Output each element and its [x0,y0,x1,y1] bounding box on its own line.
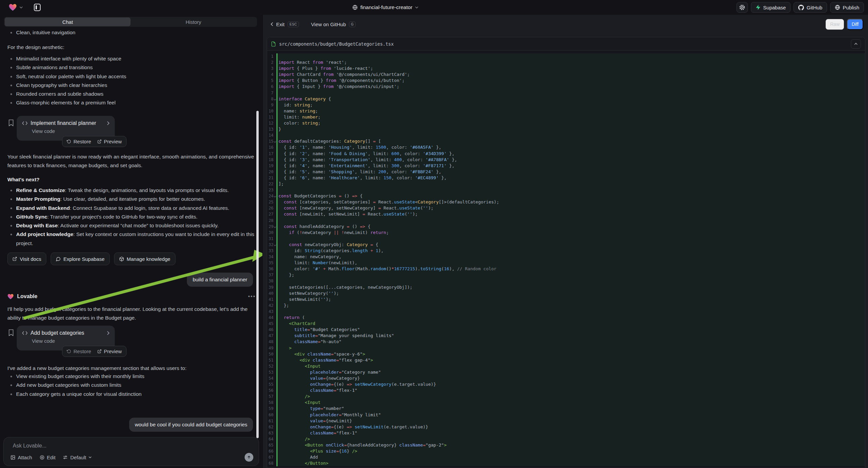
code-line: 11 limit: number; [267,114,865,120]
line-number: 59 [267,406,274,412]
diff-toolbar: Exit ESC View on GitHub G Raw Diff [263,15,868,34]
line-number: 18 [267,157,274,163]
gear-icon [739,4,745,10]
code-line: 56 className="flex-1" [267,387,865,393]
view-code-link[interactable]: View code [32,128,110,134]
restore-button[interactable]: Restore [67,349,91,354]
exit-button[interactable]: Exit ESC [271,22,299,27]
raw-toggle-button[interactable]: Raw [826,19,844,30]
send-button[interactable] [245,453,253,462]
github-label: GitHub [807,5,823,10]
line-number: 34 [267,254,274,260]
next-step-item: GitHub Sync: Transfer your project's cod… [7,212,256,221]
line-number: 10 [267,108,274,114]
github-button[interactable]: GitHub [794,2,827,13]
external-link-icon [97,139,102,144]
line-number: 8 [267,96,274,102]
message-menu-icon[interactable]: ••• [248,293,256,299]
fold-gutter [274,363,276,369]
fold-gutter [274,120,276,126]
code-text: /> [277,393,865,400]
logo-menu-chevron-icon[interactable] [20,6,23,8]
list-item: Glass-morphic elements for a premium fee… [7,98,256,107]
user-message: would be cool if you could add budget ca… [129,418,253,432]
fold-chevron-icon[interactable] [274,138,276,144]
composer-placeholder[interactable]: Ask Lovable... [13,443,46,449]
fold-chevron-icon[interactable] [274,224,276,230]
manage-knowledge-button[interactable]: Manage knowledge [114,253,176,265]
diff-toggle-button[interactable]: Diff [847,19,863,30]
added-bullet-list: View existing budget categories with the… [7,372,256,399]
code-text [277,278,865,284]
fold-gutter [274,248,276,254]
bookmark-icon[interactable] [8,329,15,336]
code-text: id: String(categories.length + 1), [277,248,865,254]
visit-docs-button[interactable]: Visit docs [7,253,46,265]
code-line: 5import { Button } from '@/components/ui… [267,78,865,84]
code-line: 63 className="flex-1" [267,430,865,436]
list-item: Clean, intuitive navigation [7,28,256,37]
file-header[interactable]: src/components/budget/BudgetCategories.t… [267,37,865,51]
fold-chevron-icon[interactable] [274,96,276,102]
explore-supabase-button[interactable]: Explore Supabase [51,253,110,265]
code-text: name: newCategory, [277,254,865,260]
prompt-composer[interactable]: Ask Lovable... Attach Edit Default [3,437,259,466]
collapse-file-button[interactable] [851,39,861,49]
chat-scrollbar-thumb[interactable] [256,111,259,438]
line-number: 57 [267,393,274,400]
view-code-link[interactable]: View code [32,338,110,344]
line-number: 63 [267,430,274,436]
code-line: 22]; [267,181,865,187]
tab-history[interactable]: History [130,18,256,26]
line-number: 7 [267,90,274,96]
code-text: import ChartCard from '@/components/ui/C… [277,71,865,78]
code-text [277,90,865,96]
line-number: 68 [267,460,274,466]
line-number: 44 [267,315,274,321]
fold-gutter [274,236,276,242]
sidebar-toggle-icon[interactable] [33,3,41,12]
line-number: 4 [267,71,274,78]
fold-gutter [274,126,276,132]
code-line: 36 color: '#' + Math.floor(Math.random()… [267,266,865,272]
code-text: const newCategoryObj: Category = { [277,242,865,248]
view-on-github-button[interactable]: View on GitHub G [311,22,355,27]
attach-button[interactable]: Attach [10,455,32,460]
code-text: onChange={(e) => setNewCategory(e.target… [277,381,865,387]
next-steps-list: Refine & Customize: Tweak the design, an… [7,186,256,248]
preview-button[interactable]: Preview [97,349,122,354]
fold-gutter [274,406,276,412]
fold-gutter [274,454,276,460]
edit-mode-button[interactable]: Edit [39,455,56,460]
fold-gutter [274,84,276,90]
code-text: { id: '5', name: 'Shopping', limit: 200,… [277,169,865,175]
top-bar: financial-future-creator Supabase GitHub [0,0,868,15]
lovable-logo-icon[interactable] [9,4,17,11]
code-line: 50 <div className="space-y-6"> [267,351,865,357]
mode-selector[interactable]: Default [63,455,92,460]
line-number: 2 [267,59,274,65]
bookmark-icon[interactable] [8,119,15,126]
code-text: { id: '6', name: 'Healthcare', limit: 15… [277,175,865,181]
supabase-button[interactable]: Supabase [751,2,791,13]
restore-button[interactable]: Restore [67,139,91,144]
tab-chat[interactable]: Chat [5,18,130,26]
fold-chevron-icon[interactable] [274,242,276,248]
publish-globe-icon [835,5,840,10]
code-text: subtitle="Manage your spending limits" [277,333,865,339]
line-number: 25 [267,199,274,205]
code-text: placeholder="Monthly limit" [277,412,865,418]
code-line: 32 const newCategoryObj: Category = { [267,242,865,248]
fold-gutter [274,90,276,96]
code-text: <Input [277,400,865,406]
fold-chevron-icon[interactable] [274,193,276,199]
code-line: 15const defaultCategories: Category[] = … [267,138,865,144]
project-switcher[interactable]: financial-future-creator [352,0,418,15]
settings-button[interactable] [737,2,748,13]
code-line: 18 { id: '3', name: 'Transportation', li… [267,157,865,163]
preview-button[interactable]: Preview [97,139,122,144]
ready-paragraph: Your sleek financial planner is now read… [7,152,256,170]
fold-gutter [274,278,276,284]
design-heading: For the design aesthetic: [7,43,256,52]
publish-button[interactable]: Publish [830,2,864,13]
